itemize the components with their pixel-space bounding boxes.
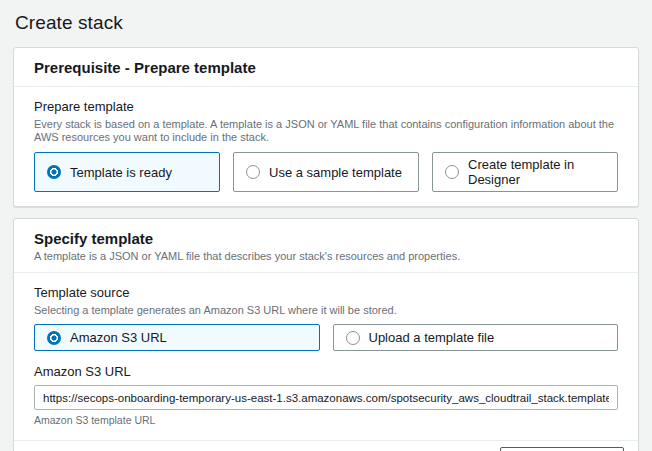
template-source-label: Template source bbox=[34, 285, 618, 301]
prerequisite-panel-title: Prerequisite - Prepare template bbox=[34, 59, 618, 76]
specify-template-panel: Specify template A template is a JSON or… bbox=[13, 218, 639, 451]
prepare-template-options: Template is ready Use a sample template … bbox=[34, 152, 618, 192]
specify-template-panel-header: Specify template A template is a JSON or… bbox=[14, 219, 638, 273]
prepare-template-label: Prepare template bbox=[34, 99, 618, 115]
radio-unselected-icon bbox=[346, 331, 360, 345]
radio-unselected-icon bbox=[445, 165, 459, 179]
amazon-s3-url-group: Amazon S3 URL Amazon S3 template URL bbox=[34, 364, 618, 426]
amazon-s3-url-helper: Amazon S3 template URL bbox=[34, 414, 618, 426]
option-use-sample-template[interactable]: Use a sample template bbox=[233, 152, 419, 192]
prerequisite-panel-body: Prepare template Every stack is based on… bbox=[14, 87, 638, 206]
option-label: Use a sample template bbox=[269, 165, 402, 180]
option-label: Upload a template file bbox=[369, 330, 495, 345]
option-template-is-ready[interactable]: Template is ready bbox=[34, 152, 220, 192]
view-in-designer-button[interactable]: View in Designer bbox=[500, 447, 624, 451]
create-stack-page: Create stack Prerequisite - Prepare temp… bbox=[0, 0, 652, 451]
prerequisite-panel-header: Prerequisite - Prepare template bbox=[14, 48, 638, 87]
specify-template-panel-description: A template is a JSON or YAML file that d… bbox=[34, 250, 618, 262]
prepare-template-description: Every stack is based on a template. A te… bbox=[34, 118, 618, 146]
template-source-options: Amazon S3 URL Upload a template file bbox=[34, 324, 618, 351]
radio-unselected-icon bbox=[246, 165, 260, 179]
radio-selected-icon bbox=[47, 165, 61, 179]
option-label: Create template in Designer bbox=[468, 157, 605, 187]
option-label: Amazon S3 URL bbox=[70, 330, 167, 345]
option-create-template-in-designer[interactable]: Create template in Designer bbox=[432, 152, 618, 192]
template-source-description: Selecting a template generates an Amazon… bbox=[34, 304, 618, 318]
option-amazon-s3-url[interactable]: Amazon S3 URL bbox=[34, 324, 320, 351]
option-label: Template is ready bbox=[70, 165, 172, 180]
specify-template-panel-body: Template source Selecting a template gen… bbox=[14, 273, 638, 440]
option-upload-template-file[interactable]: Upload a template file bbox=[333, 324, 619, 351]
amazon-s3-url-label: Amazon S3 URL bbox=[34, 364, 618, 380]
prerequisite-panel: Prerequisite - Prepare template Prepare … bbox=[13, 47, 639, 207]
page-title: Create stack bbox=[15, 12, 639, 34]
specify-template-panel-title: Specify template bbox=[34, 230, 618, 247]
radio-selected-icon bbox=[47, 331, 61, 345]
specify-template-panel-footer: S3 URL: https://secops-onboarding-tempor… bbox=[14, 440, 638, 451]
amazon-s3-url-input[interactable] bbox=[34, 385, 618, 410]
